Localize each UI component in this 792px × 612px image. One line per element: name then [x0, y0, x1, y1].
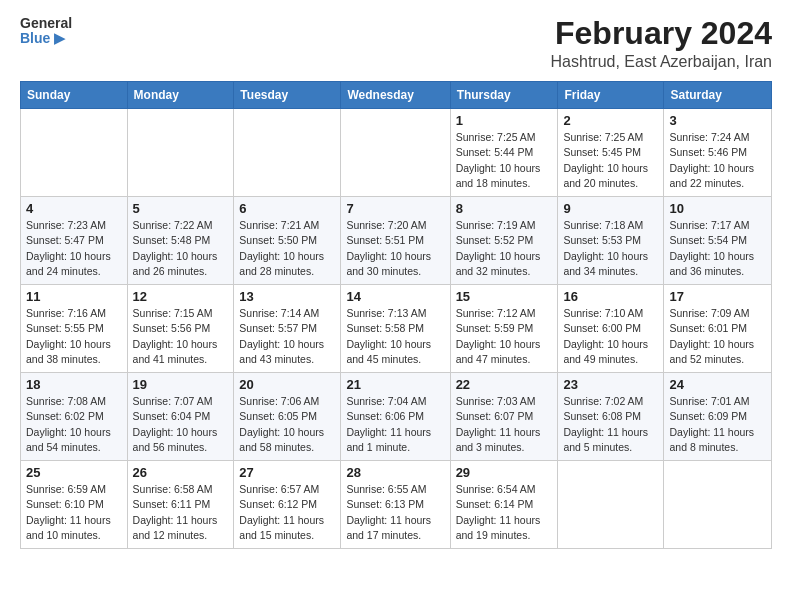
logo: General Blue ▶	[20, 16, 72, 47]
day-detail: Sunrise: 7:21 AM Sunset: 5:50 PM Dayligh…	[239, 218, 335, 279]
table-row: 5Sunrise: 7:22 AM Sunset: 5:48 PM Daylig…	[127, 197, 234, 285]
calendar-page: General Blue ▶ February 2024 Hashtrud, E…	[0, 0, 792, 612]
calendar-table: Sunday Monday Tuesday Wednesday Thursday…	[20, 81, 772, 549]
day-number: 3	[669, 113, 766, 128]
day-detail: Sunrise: 6:57 AM Sunset: 6:12 PM Dayligh…	[239, 482, 335, 543]
day-number: 13	[239, 289, 335, 304]
day-number: 10	[669, 201, 766, 216]
day-number: 12	[133, 289, 229, 304]
table-row: 29Sunrise: 6:54 AM Sunset: 6:14 PM Dayli…	[450, 461, 558, 549]
day-detail: Sunrise: 7:12 AM Sunset: 5:59 PM Dayligh…	[456, 306, 553, 367]
calendar-header-row: Sunday Monday Tuesday Wednesday Thursday…	[21, 82, 772, 109]
table-row: 21Sunrise: 7:04 AM Sunset: 6:06 PM Dayli…	[341, 373, 450, 461]
table-row: 20Sunrise: 7:06 AM Sunset: 6:05 PM Dayli…	[234, 373, 341, 461]
day-detail: Sunrise: 6:55 AM Sunset: 6:13 PM Dayligh…	[346, 482, 444, 543]
table-row: 16Sunrise: 7:10 AM Sunset: 6:00 PM Dayli…	[558, 285, 664, 373]
day-number: 25	[26, 465, 122, 480]
day-number: 11	[26, 289, 122, 304]
table-row: 27Sunrise: 6:57 AM Sunset: 6:12 PM Dayli…	[234, 461, 341, 549]
day-detail: Sunrise: 7:03 AM Sunset: 6:07 PM Dayligh…	[456, 394, 553, 455]
day-detail: Sunrise: 7:14 AM Sunset: 5:57 PM Dayligh…	[239, 306, 335, 367]
day-detail: Sunrise: 7:10 AM Sunset: 6:00 PM Dayligh…	[563, 306, 658, 367]
col-friday: Friday	[558, 82, 664, 109]
table-row	[234, 109, 341, 197]
day-detail: Sunrise: 7:22 AM Sunset: 5:48 PM Dayligh…	[133, 218, 229, 279]
day-number: 17	[669, 289, 766, 304]
table-row: 12Sunrise: 7:15 AM Sunset: 5:56 PM Dayli…	[127, 285, 234, 373]
day-detail: Sunrise: 7:24 AM Sunset: 5:46 PM Dayligh…	[669, 130, 766, 191]
logo-blue: Blue ▶	[20, 31, 72, 46]
day-number: 2	[563, 113, 658, 128]
table-row	[664, 461, 772, 549]
day-detail: Sunrise: 7:18 AM Sunset: 5:53 PM Dayligh…	[563, 218, 658, 279]
table-row: 23Sunrise: 7:02 AM Sunset: 6:08 PM Dayli…	[558, 373, 664, 461]
day-number: 8	[456, 201, 553, 216]
col-wednesday: Wednesday	[341, 82, 450, 109]
calendar-week-row: 1Sunrise: 7:25 AM Sunset: 5:44 PM Daylig…	[21, 109, 772, 197]
col-sunday: Sunday	[21, 82, 128, 109]
day-detail: Sunrise: 7:20 AM Sunset: 5:51 PM Dayligh…	[346, 218, 444, 279]
table-row: 14Sunrise: 7:13 AM Sunset: 5:58 PM Dayli…	[341, 285, 450, 373]
subtitle: Hashtrud, East Azerbaijan, Iran	[551, 53, 772, 71]
day-detail: Sunrise: 7:23 AM Sunset: 5:47 PM Dayligh…	[26, 218, 122, 279]
calendar-week-row: 11Sunrise: 7:16 AM Sunset: 5:55 PM Dayli…	[21, 285, 772, 373]
table-row: 2Sunrise: 7:25 AM Sunset: 5:45 PM Daylig…	[558, 109, 664, 197]
table-row: 25Sunrise: 6:59 AM Sunset: 6:10 PM Dayli…	[21, 461, 128, 549]
day-detail: Sunrise: 7:15 AM Sunset: 5:56 PM Dayligh…	[133, 306, 229, 367]
day-detail: Sunrise: 7:02 AM Sunset: 6:08 PM Dayligh…	[563, 394, 658, 455]
table-row	[21, 109, 128, 197]
day-number: 23	[563, 377, 658, 392]
day-number: 27	[239, 465, 335, 480]
day-number: 14	[346, 289, 444, 304]
header: General Blue ▶ February 2024 Hashtrud, E…	[20, 16, 772, 71]
title-block: February 2024 Hashtrud, East Azerbaijan,…	[551, 16, 772, 71]
day-number: 4	[26, 201, 122, 216]
col-tuesday: Tuesday	[234, 82, 341, 109]
table-row: 13Sunrise: 7:14 AM Sunset: 5:57 PM Dayli…	[234, 285, 341, 373]
day-number: 1	[456, 113, 553, 128]
table-row: 22Sunrise: 7:03 AM Sunset: 6:07 PM Dayli…	[450, 373, 558, 461]
calendar-week-row: 4Sunrise: 7:23 AM Sunset: 5:47 PM Daylig…	[21, 197, 772, 285]
table-row	[558, 461, 664, 549]
day-number: 26	[133, 465, 229, 480]
day-number: 6	[239, 201, 335, 216]
table-row: 11Sunrise: 7:16 AM Sunset: 5:55 PM Dayli…	[21, 285, 128, 373]
table-row: 1Sunrise: 7:25 AM Sunset: 5:44 PM Daylig…	[450, 109, 558, 197]
day-detail: Sunrise: 7:25 AM Sunset: 5:45 PM Dayligh…	[563, 130, 658, 191]
col-thursday: Thursday	[450, 82, 558, 109]
day-number: 29	[456, 465, 553, 480]
day-detail: Sunrise: 7:19 AM Sunset: 5:52 PM Dayligh…	[456, 218, 553, 279]
main-title: February 2024	[551, 16, 772, 51]
day-detail: Sunrise: 7:25 AM Sunset: 5:44 PM Dayligh…	[456, 130, 553, 191]
day-number: 18	[26, 377, 122, 392]
day-detail: Sunrise: 7:04 AM Sunset: 6:06 PM Dayligh…	[346, 394, 444, 455]
table-row: 7Sunrise: 7:20 AM Sunset: 5:51 PM Daylig…	[341, 197, 450, 285]
calendar-week-row: 18Sunrise: 7:08 AM Sunset: 6:02 PM Dayli…	[21, 373, 772, 461]
day-number: 21	[346, 377, 444, 392]
table-row: 9Sunrise: 7:18 AM Sunset: 5:53 PM Daylig…	[558, 197, 664, 285]
table-row: 4Sunrise: 7:23 AM Sunset: 5:47 PM Daylig…	[21, 197, 128, 285]
table-row: 18Sunrise: 7:08 AM Sunset: 6:02 PM Dayli…	[21, 373, 128, 461]
table-row	[127, 109, 234, 197]
day-detail: Sunrise: 7:13 AM Sunset: 5:58 PM Dayligh…	[346, 306, 444, 367]
day-number: 28	[346, 465, 444, 480]
col-saturday: Saturday	[664, 82, 772, 109]
table-row: 3Sunrise: 7:24 AM Sunset: 5:46 PM Daylig…	[664, 109, 772, 197]
day-detail: Sunrise: 6:54 AM Sunset: 6:14 PM Dayligh…	[456, 482, 553, 543]
table-row: 28Sunrise: 6:55 AM Sunset: 6:13 PM Dayli…	[341, 461, 450, 549]
table-row: 15Sunrise: 7:12 AM Sunset: 5:59 PM Dayli…	[450, 285, 558, 373]
table-row: 24Sunrise: 7:01 AM Sunset: 6:09 PM Dayli…	[664, 373, 772, 461]
day-number: 19	[133, 377, 229, 392]
day-detail: Sunrise: 7:09 AM Sunset: 6:01 PM Dayligh…	[669, 306, 766, 367]
calendar-week-row: 25Sunrise: 6:59 AM Sunset: 6:10 PM Dayli…	[21, 461, 772, 549]
day-detail: Sunrise: 6:58 AM Sunset: 6:11 PM Dayligh…	[133, 482, 229, 543]
day-detail: Sunrise: 7:16 AM Sunset: 5:55 PM Dayligh…	[26, 306, 122, 367]
day-detail: Sunrise: 7:07 AM Sunset: 6:04 PM Dayligh…	[133, 394, 229, 455]
col-monday: Monday	[127, 82, 234, 109]
table-row	[341, 109, 450, 197]
day-detail: Sunrise: 7:06 AM Sunset: 6:05 PM Dayligh…	[239, 394, 335, 455]
day-number: 7	[346, 201, 444, 216]
day-detail: Sunrise: 6:59 AM Sunset: 6:10 PM Dayligh…	[26, 482, 122, 543]
day-number: 9	[563, 201, 658, 216]
table-row: 8Sunrise: 7:19 AM Sunset: 5:52 PM Daylig…	[450, 197, 558, 285]
